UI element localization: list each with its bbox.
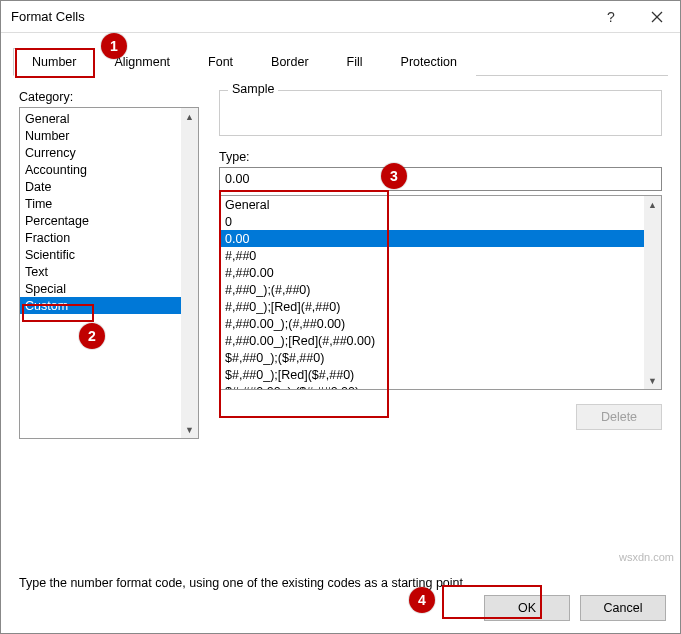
hint-text: Type the number format code, using one o… — [19, 576, 680, 590]
category-item[interactable]: Fraction — [20, 229, 181, 246]
category-item[interactable]: Scientific — [20, 246, 181, 263]
tab-protection[interactable]: Protection — [382, 48, 476, 76]
category-item[interactable]: General — [20, 110, 181, 127]
close-icon — [651, 11, 663, 23]
type-item[interactable]: #,##0_);[Red](#,##0) — [220, 298, 644, 315]
type-item[interactable]: General — [220, 196, 644, 213]
tab-number[interactable]: Number — [13, 48, 95, 76]
close-button[interactable] — [634, 1, 680, 32]
delete-button: Delete — [576, 404, 662, 430]
content-area: Category: GeneralNumberCurrencyAccountin… — [1, 76, 680, 566]
watermark: wsxdn.com — [619, 551, 674, 563]
type-item[interactable]: #,##0_);(#,##0) — [220, 281, 644, 298]
type-item[interactable]: #,##0.00 — [220, 264, 644, 281]
category-item[interactable]: Number — [20, 127, 181, 144]
callout-3: 3 — [381, 163, 407, 189]
scroll-up-icon[interactable]: ▲ — [644, 196, 661, 213]
category-listbox[interactable]: GeneralNumberCurrencyAccountingDateTimeP… — [19, 107, 199, 439]
type-item[interactable]: #,##0.00_);[Red](#,##0.00) — [220, 332, 644, 349]
window-title: Format Cells — [11, 9, 85, 24]
category-label: Category: — [19, 90, 199, 104]
category-item[interactable]: Custom — [20, 297, 181, 314]
callout-2: 2 — [79, 323, 105, 349]
scroll-down-icon[interactable]: ▼ — [181, 421, 198, 438]
category-item[interactable]: Accounting — [20, 161, 181, 178]
footer-buttons: OK Cancel — [484, 595, 666, 621]
tab-border[interactable]: Border — [252, 48, 328, 76]
scroll-up-icon[interactable]: ▲ — [181, 108, 198, 125]
tab-fill[interactable]: Fill — [328, 48, 382, 76]
window-controls: ? — [588, 1, 680, 32]
category-item[interactable]: Text — [20, 263, 181, 280]
sample-label: Sample — [228, 82, 278, 96]
category-item[interactable]: Special — [20, 280, 181, 297]
cancel-button[interactable]: Cancel — [580, 595, 666, 621]
format-cells-dialog: Format Cells ? Number Alignment Font Bor… — [0, 0, 681, 634]
type-label: Type: — [219, 150, 662, 164]
tab-font[interactable]: Font — [189, 48, 252, 76]
category-item[interactable]: Date — [20, 178, 181, 195]
type-listbox[interactable]: General00.00#,##0#,##0.00#,##0_);(#,##0)… — [219, 195, 662, 390]
type-scrollbar[interactable]: ▲ ▼ — [644, 196, 661, 389]
category-scrollbar[interactable]: ▲ ▼ — [181, 108, 198, 438]
callout-1: 1 — [101, 33, 127, 59]
type-input[interactable] — [219, 167, 662, 191]
category-item[interactable]: Percentage — [20, 212, 181, 229]
type-item[interactable]: #,##0 — [220, 247, 644, 264]
type-item[interactable]: $#,##0_);($#,##0) — [220, 349, 644, 366]
scroll-down-icon[interactable]: ▼ — [644, 372, 661, 389]
ok-button[interactable]: OK — [484, 595, 570, 621]
titlebar: Format Cells ? — [1, 1, 680, 33]
type-item[interactable]: $#,##0.00_);($#,##0.00) — [220, 383, 644, 390]
sample-box: Sample — [219, 90, 662, 136]
type-item[interactable]: $#,##0_);[Red]($#,##0) — [220, 366, 644, 383]
type-item[interactable]: 0 — [220, 213, 644, 230]
help-button[interactable]: ? — [588, 1, 634, 32]
type-item[interactable]: #,##0.00_);(#,##0.00) — [220, 315, 644, 332]
category-item[interactable]: Time — [20, 195, 181, 212]
category-item[interactable]: Currency — [20, 144, 181, 161]
type-item[interactable]: 0.00 — [220, 230, 644, 247]
callout-4: 4 — [409, 587, 435, 613]
